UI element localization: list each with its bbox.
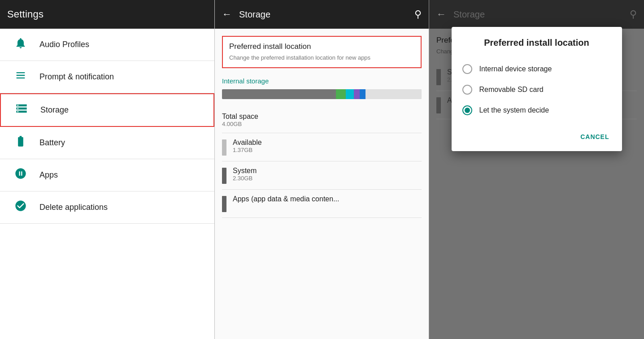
back-icon-middle[interactable]: ← [222,9,232,20]
system-value: 2.30GB [233,175,257,182]
radio-circle-system-decide [462,105,472,115]
cancel-button[interactable]: CANCEL [579,130,611,144]
radio-internal[interactable]: Internal device storage [462,59,611,79]
system-color-bar [222,168,226,184]
storage-title-middle: Storage [239,9,407,20]
search-icon-middle[interactable]: ⚲ [414,9,422,20]
sidebar-item-storage-label: Storage [40,105,69,115]
available-color-bar [222,139,226,156]
apps-label: Apps (app data & media conten... [233,195,339,203]
storage-content-middle: Preferred install location Change the pr… [215,29,429,339]
sidebar-item-audio-profiles[interactable]: Audio Profiles [0,29,214,61]
radio-label-system-decide: Let the system decide [479,106,549,114]
total-space-section: Total space 4.00GB [222,107,422,133]
storage-panel-right: ← Storage ⚲ Preferred install location C… [429,0,644,339]
storage-topbar-middle: ← Storage ⚲ [215,0,429,29]
available-value: 1.37GB [233,147,262,153]
bar-green [336,89,346,99]
available-info: Available 1.37GB [233,139,262,153]
preferred-install-title: Preferred install location [229,42,414,51]
available-row: Available 1.37GB [222,139,422,156]
preferred-install-desc: Change the preferred installation locati… [229,54,414,62]
system-info: System 2.30GB [233,167,257,182]
apps-icon [11,167,30,183]
dialog-actions: CANCEL [462,130,611,144]
storage-bar [222,89,422,99]
bar-teal [346,89,354,99]
sidebar-item-audio-label: Audio Profiles [39,40,89,49]
internal-storage-label: Internal storage [222,77,422,85]
prompt-icon [11,69,30,85]
preferred-install-section[interactable]: Preferred install location Change the pr… [222,36,422,68]
system-row: System 2.30GB [222,167,422,184]
bell-icon [11,37,30,52]
radio-system-decide[interactable]: Let the system decide [462,100,611,121]
radio-label-internal: Internal device storage [479,65,552,73]
storage-panel-middle: ← Storage ⚲ Preferred install location C… [214,0,429,339]
system-stat: System 2.30GB [222,161,422,190]
sidebar-item-prompt-notification[interactable]: Prompt & notification [0,61,214,93]
recycle-icon [11,200,30,215]
available-label: Available [233,139,262,147]
sidebar-item-storage[interactable]: Storage [0,93,214,127]
radio-sd-card[interactable]: Removable SD card [462,79,611,100]
sidebar-item-apps-label: Apps [39,170,58,180]
preferred-install-dialog: Preferred install location Internal devi… [452,27,622,151]
settings-list: Audio Profiles Prompt & notification Sto… [0,29,214,339]
bar-available [366,89,422,99]
dialog-title: Preferred install location [462,38,611,48]
sidebar-item-delete-label: Delete applications [39,203,108,212]
bar-system [222,89,336,99]
radio-circle-internal [462,64,472,74]
apps-stat: Apps (app data & media conten... [222,190,422,218]
battery-icon [11,135,30,151]
apps-color-bar [222,196,226,212]
radio-circle-sd-card [462,85,472,95]
apps-info: Apps (app data & media conten... [233,195,339,203]
sidebar-item-apps[interactable]: Apps [0,159,214,191]
sidebar-item-delete-apps[interactable]: Delete applications [0,191,214,224]
bar-blue [360,89,366,99]
total-space-label: Total space [222,113,422,121]
settings-title: Settings [7,9,214,20]
apps-row: Apps (app data & media conten... [222,195,422,212]
available-stat: Available 1.37GB [222,133,422,161]
radio-inner-system-decide [465,108,470,113]
sidebar-item-prompt-label: Prompt & notification [39,72,114,82]
total-space-value: 4.00GB [222,121,422,127]
bar-purple [354,89,360,99]
settings-topbar: Settings ⚲ [0,0,214,29]
settings-panel: Settings ⚲ Audio Profiles Prompt & notif… [0,0,214,339]
system-label: System [233,167,257,175]
dialog-overlay: Preferred install location Internal devi… [429,0,644,339]
radio-label-sd-card: Removable SD card [479,86,544,94]
storage-icon [12,102,31,118]
sidebar-item-battery-label: Battery [39,138,65,148]
sidebar-item-battery[interactable]: Battery [0,127,214,159]
